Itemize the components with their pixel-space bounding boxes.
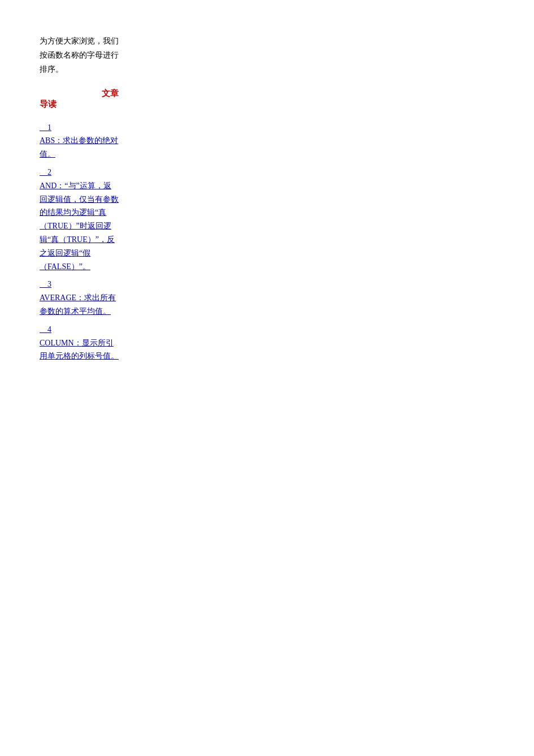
nav-item-2: ＿2 AND：“与”运算，返回逻辑值，仅当有参数的结果均为逻辑“真（TRUE）”… — [40, 166, 119, 273]
nav-link-2[interactable]: ＿2 AND：“与”运算，返回逻辑值，仅当有参数的结果均为逻辑“真（TRUE）”… — [40, 166, 119, 273]
nav-number-3: ＿3 — [40, 278, 119, 291]
article-section: 文章 导读 — [40, 88, 119, 110]
nav-desc-4: COLUMN：显示所引用单元格的列标号值。 — [40, 336, 119, 364]
intro-content: 为方便大家浏览，我们按函数名称的字母进行排序。 — [40, 37, 119, 74]
nav-item-4: ＿4 COLUMN：显示所引用单元格的列标号值。 — [40, 323, 119, 363]
nav-number-1: ＿1 — [40, 121, 119, 135]
intro-text: 为方便大家浏览，我们按函数名称的字母进行排序。 — [40, 34, 119, 77]
guide-label: 导读 — [40, 100, 57, 109]
nav-item-3: ＿3 AVERAGE：求出所有参数的算术平均值。 — [40, 278, 119, 318]
nav-desc-3: AVERAGE：求出所有参数的算术平均值。 — [40, 291, 119, 318]
nav-link-1[interactable]: ＿1 ABS：求出参数的绝对值。 — [40, 121, 119, 161]
nav-desc-1: ABS：求出参数的绝对值。 — [40, 134, 119, 161]
page-container: 为方便大家浏览，我们按函数名称的字母进行排序。 文章 导读 ＿1 ABS：求出参… — [0, 0, 141, 401]
nav-desc-2: AND：“与”运算，返回逻辑值，仅当有参数的结果均为逻辑“真（TRUE）”时返回… — [40, 179, 119, 274]
article-label: 文章 — [102, 89, 119, 98]
nav-item-1: ＿1 ABS：求出参数的绝对值。 — [40, 121, 119, 161]
nav-link-4[interactable]: ＿4 COLUMN：显示所引用单元格的列标号值。 — [40, 323, 119, 363]
nav-list: ＿1 ABS：求出参数的绝对值。 ＿2 AND：“与”运算，返回逻辑值，仅当有参… — [40, 121, 119, 364]
nav-number-2: ＿2 — [40, 166, 119, 179]
nav-link-3[interactable]: ＿3 AVERAGE：求出所有参数的算术平均值。 — [40, 278, 119, 318]
nav-number-4: ＿4 — [40, 323, 119, 336]
